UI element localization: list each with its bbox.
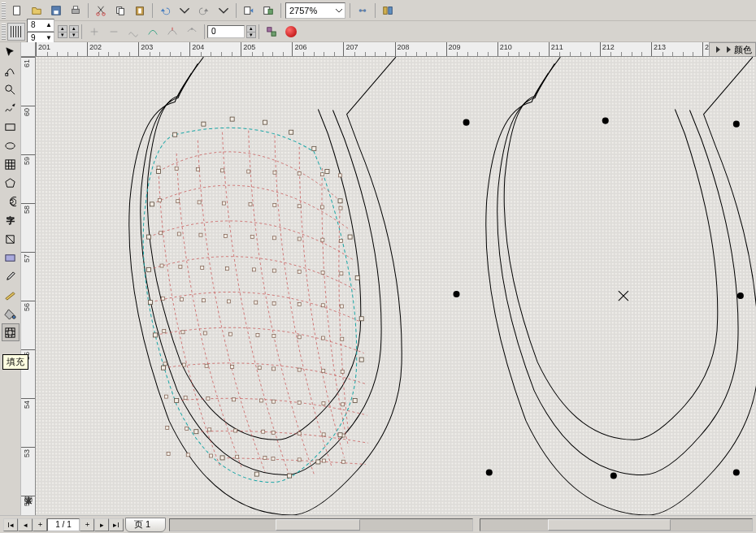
svg-rect-52 xyxy=(196,168,199,171)
svg-point-14 xyxy=(359,9,363,12)
zoom-combobox[interactable]: 2757% xyxy=(285,2,345,19)
vertical-ruler[interactable]: 毫米 61605958575655545352 xyxy=(21,57,36,515)
copy-mesh-button[interactable] xyxy=(263,23,280,41)
redo-button[interactable] xyxy=(195,2,213,20)
hatch-preset-button[interactable] xyxy=(7,23,25,41)
svg-rect-103 xyxy=(321,206,324,209)
freehand-tool[interactable] xyxy=(2,99,20,117)
export-button[interactable] xyxy=(259,2,277,20)
svg-rect-39 xyxy=(164,395,167,398)
copy-button[interactable] xyxy=(111,2,129,20)
save-button[interactable] xyxy=(47,2,65,20)
drawing-canvas[interactable] xyxy=(36,57,756,515)
new-button[interactable] xyxy=(8,2,26,20)
eyedropper-tool[interactable] xyxy=(2,267,20,285)
color-panel-tab[interactable]: 颜色 xyxy=(709,42,756,57)
color-panel-label: 颜色 xyxy=(734,44,752,56)
undo-button[interactable] xyxy=(156,2,174,20)
node-add-button[interactable] xyxy=(85,23,103,41)
page-add-before-button[interactable]: ＋ xyxy=(33,518,47,531)
node-remove-button[interactable] xyxy=(105,23,123,41)
curve-edit-button[interactable] xyxy=(144,23,162,41)
svg-rect-141 xyxy=(348,235,352,239)
rectangle-tool[interactable] xyxy=(2,118,20,136)
svg-rect-127 xyxy=(148,301,152,305)
svg-rect-118 xyxy=(341,370,344,374)
horizontal-scrollbar-right[interactable] xyxy=(480,518,753,531)
paste-button[interactable] xyxy=(131,2,149,20)
svg-rect-60 xyxy=(208,428,211,431)
svg-rect-140 xyxy=(355,275,359,280)
horizontal-scrollbar-left[interactable] xyxy=(169,518,472,531)
svg-point-152 xyxy=(453,291,459,297)
page-next-button[interactable]: ▸ xyxy=(94,518,109,531)
svg-rect-125 xyxy=(146,235,150,239)
snap-button[interactable] xyxy=(354,2,371,20)
page-tab[interactable]: 页 1 xyxy=(125,518,166,532)
graph-paper-tool[interactable] xyxy=(2,155,20,173)
zoom-tool[interactable] xyxy=(2,80,20,98)
toolbar-grip-2[interactable] xyxy=(2,24,6,40)
horizontal-ruler[interactable]: 毫米 2012022032042052062072082092102112122… xyxy=(36,42,756,57)
workspace: 字 填充 毫米 20120220320420520620720820921021… xyxy=(0,42,756,515)
curve-join-button[interactable] xyxy=(183,23,201,41)
svg-rect-51 xyxy=(186,453,189,457)
interactive-fill-tool[interactable] xyxy=(2,230,20,248)
svg-rect-71 xyxy=(236,455,239,458)
svg-rect-112 xyxy=(339,174,342,177)
page-add-after-button[interactable]: ＋ xyxy=(80,518,94,531)
page-prev-button[interactable]: ◂ xyxy=(18,518,33,531)
numeric-field[interactable]: 0 xyxy=(207,25,245,38)
svg-rect-147 xyxy=(230,117,234,121)
ellipse-tool[interactable] xyxy=(2,136,20,154)
clear-mesh-button[interactable] xyxy=(282,23,300,41)
cut-button[interactable] xyxy=(92,2,110,20)
shape-tool[interactable] xyxy=(2,62,20,80)
options-button[interactable] xyxy=(379,2,397,20)
page-first-button[interactable]: I◂ xyxy=(3,518,18,531)
interactive-mesh-fill-tool[interactable] xyxy=(2,323,20,341)
svg-rect-48 xyxy=(183,363,186,366)
svg-point-153 xyxy=(737,292,744,299)
svg-rect-4 xyxy=(73,6,77,9)
svg-rect-35 xyxy=(160,264,163,267)
redo-dropdown[interactable] xyxy=(215,2,232,20)
param-spinner-2[interactable]: ▴▾ xyxy=(69,25,79,38)
svg-rect-42 xyxy=(175,167,178,170)
svg-rect-33 xyxy=(158,198,161,202)
interactive-transparency-tool[interactable] xyxy=(2,249,20,266)
svg-rect-109 xyxy=(322,402,325,405)
svg-rect-37 xyxy=(163,330,166,333)
param-spinner[interactable]: ▴▾ xyxy=(58,25,67,38)
svg-rect-100 xyxy=(298,432,301,436)
outline-tool[interactable] xyxy=(2,286,20,304)
undo-dropdown[interactable] xyxy=(176,2,193,20)
svg-rect-113 xyxy=(339,206,342,210)
page-index-field[interactable]: 1 / 1 xyxy=(47,518,80,531)
pick-tool[interactable] xyxy=(2,43,20,61)
svg-rect-43 xyxy=(176,200,180,203)
spiral-tool[interactable] xyxy=(2,193,20,210)
page-last-button[interactable]: ▸I xyxy=(109,518,124,531)
open-button[interactable] xyxy=(28,2,46,20)
svg-rect-87 xyxy=(272,335,276,338)
svg-rect-66 xyxy=(228,300,231,303)
toolbar-grip[interactable] xyxy=(2,2,6,19)
polygon-tool[interactable] xyxy=(2,174,20,192)
svg-rect-63 xyxy=(223,202,226,205)
svg-rect-128 xyxy=(153,333,157,337)
fill-bucket-tool[interactable] xyxy=(2,305,20,323)
curve-cut-button[interactable] xyxy=(163,23,181,41)
print-button[interactable] xyxy=(67,2,85,20)
ruler-corner[interactable] xyxy=(21,42,36,57)
import-button[interactable] xyxy=(240,2,258,20)
param-a-field[interactable]: 8 ▲ xyxy=(27,19,54,32)
numeric-spinner[interactable]: ▴▾ xyxy=(246,25,256,38)
svg-rect-29 xyxy=(6,327,15,336)
svg-point-28 xyxy=(12,315,15,318)
svg-rect-131 xyxy=(194,430,198,434)
curve-smooth-button[interactable] xyxy=(124,23,142,41)
toolbar-secondary: 8 ▲ 9 ▼ ▴▾ ▴▾ 0 ▴▾ xyxy=(0,21,756,42)
text-tool[interactable]: 字 xyxy=(2,211,20,229)
svg-rect-122 xyxy=(173,132,177,136)
